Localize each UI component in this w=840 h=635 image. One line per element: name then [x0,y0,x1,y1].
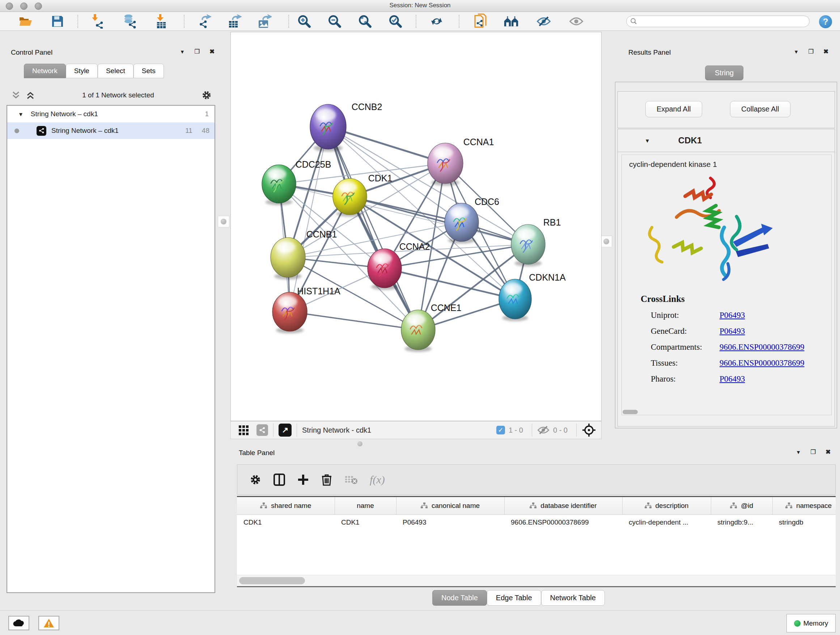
export-network-icon[interactable] [197,14,212,29]
network-node-HIST1H1A[interactable] [272,292,307,333]
tab-network[interactable]: Network [24,64,66,78]
help-button[interactable]: ? [819,15,832,28]
memory-button[interactable]: Memory [786,614,836,632]
panel-close-icon[interactable]: ✖ [826,448,831,456]
export-table-icon[interactable] [227,14,242,29]
cell-namespace[interactable]: stringdb [772,515,836,530]
expand-all-networks-icon[interactable] [11,90,20,100]
network-edge[interactable] [385,268,515,299]
tab-edge-table[interactable]: Edge Table [487,590,541,606]
left-splitter-handle[interactable] [218,216,229,227]
open-session-icon[interactable] [18,14,33,29]
crosslink-link[interactable]: P06493 [720,310,745,320]
column-header[interactable]: canonical name [396,497,504,515]
table-hscroll-thumb[interactable] [239,577,305,584]
collection-expander-icon[interactable]: ▼ [18,111,24,117]
cell-name[interactable]: CDK1 [335,515,396,530]
hide-selected-icon[interactable] [536,14,551,29]
selected-checkbox-icon[interactable]: ✓ [496,426,505,434]
network-edge[interactable] [328,127,418,330]
entry-scrollbar-thumb[interactable] [622,410,638,414]
cell-canonical-name[interactable]: P06493 [396,515,504,530]
delete-column-icon[interactable] [321,473,332,486]
cell-description[interactable]: cyclin-dependent ... [622,515,711,530]
network-node-CCNA2[interactable] [368,249,401,290]
expand-all-button[interactable]: Expand All [645,101,702,117]
panel-float-icon[interactable]: ▼ [180,49,185,55]
network-options-gear-icon[interactable] [202,90,212,100]
import-network-file-icon[interactable] [90,14,106,29]
network-grid-mode-icon[interactable] [239,425,248,435]
crosslink-link[interactable]: P06493 [720,374,745,384]
cloud-status-button[interactable] [8,616,29,630]
column-header[interactable]: description [622,497,711,515]
network-node-CDKN1A[interactable] [499,279,531,321]
panel-close-icon[interactable]: ✖ [210,48,215,55]
import-network-database-icon[interactable] [122,14,137,29]
network-graph[interactable]: CCNB2CCNA1CDC25BCDK1CDC6RB1CCNB1CCNA2CDK… [231,32,601,421]
panel-maximize-icon[interactable]: ❒ [808,48,813,55]
table-hscrollbar[interactable] [237,575,836,586]
apply-layout-icon[interactable] [429,14,444,29]
zoom-selected-icon[interactable] [388,14,403,29]
tab-style[interactable]: Style [66,64,98,78]
toolbar-search[interactable] [626,16,810,27]
tab-select[interactable]: Select [98,64,134,78]
add-column-icon[interactable] [297,474,309,486]
panel-close-icon[interactable]: ✖ [823,48,829,55]
network-edge[interactable] [290,312,418,330]
column-header[interactable]: database identifier [504,497,622,515]
search-input[interactable] [638,18,798,25]
show-columns-icon[interactable] [273,473,285,486]
tab-network-table[interactable]: Network Table [541,590,605,606]
network-node-CCNA1[interactable] [428,143,463,186]
export-image-icon[interactable] [257,14,272,29]
column-header[interactable]: @id [711,497,772,515]
cell-shared-name[interactable]: CDK1 [237,515,335,530]
panel-maximize-icon[interactable]: ❒ [810,448,816,456]
panel-float-icon[interactable]: ▼ [796,449,801,455]
crosslink-link[interactable]: 9606.ENSP00000378699 [720,342,805,352]
column-header[interactable]: shared name [237,497,335,515]
table-options-gear-icon[interactable] [249,474,261,486]
result-entry-header[interactable]: ▼ CDK1 [618,129,835,152]
column-header[interactable]: name [335,497,396,515]
show-all-icon[interactable] [569,14,584,29]
cell-id[interactable]: stringdb:9... [711,515,772,530]
birds-eye-view-icon[interactable] [582,423,596,437]
network-node-CCNB2[interactable] [310,104,346,152]
tab-sets[interactable]: Sets [134,64,164,78]
network-node-CCNB1[interactable] [271,238,305,279]
zoom-in-icon[interactable] [297,14,312,29]
crosslink-link[interactable]: 9606.ENSP00000378699 [720,358,805,368]
network-share-view-icon[interactable] [256,424,268,436]
collapse-all-networks-icon[interactable] [26,90,35,100]
network-row[interactable]: String Network – cdk1 11 48 [7,122,215,139]
network-canvas[interactable]: CCNB2CCNA1CDC25BCDK1CDC6RB1CCNB1CCNA2CDK… [231,32,602,421]
detach-view-icon[interactable]: ↗ [279,424,292,437]
entry-expander-icon[interactable]: ▼ [645,138,650,144]
panel-float-icon[interactable]: ▼ [794,49,799,55]
network-from-selection-icon[interactable] [473,14,488,29]
cell-database-identifier[interactable]: 9606.ENSP00000378699 [504,515,622,530]
table-row[interactable]: CDK1 CDK1 P06493 9606.ENSP00000378699 cy… [237,515,836,530]
network-edge[interactable] [290,127,328,312]
zoom-out-icon[interactable] [327,14,342,29]
neighborhood-houses-icon[interactable] [504,14,519,29]
network-node-CCNE1[interactable] [401,310,435,352]
zoom-fit-icon[interactable] [357,14,373,29]
import-table-file-icon[interactable] [153,14,169,29]
collapse-all-button[interactable]: Collapse All [730,101,790,117]
network-node-RB1[interactable] [511,225,545,266]
network-node-CDC6[interactable] [445,203,478,244]
crosslink-link[interactable]: P06493 [720,326,745,336]
warnings-button[interactable] [38,616,59,630]
right-splitter-handle[interactable] [600,236,612,247]
tab-string[interactable]: String [705,65,744,80]
save-session-icon[interactable] [50,14,65,29]
column-header[interactable]: namespace [772,497,836,515]
tab-node-table[interactable]: Node Table [432,590,487,606]
panel-maximize-icon[interactable]: ❒ [194,48,200,55]
network-collection-row[interactable]: ▼ String Network – cdk1 1 [7,106,215,122]
network-node-CDC25B[interactable] [262,165,296,205]
